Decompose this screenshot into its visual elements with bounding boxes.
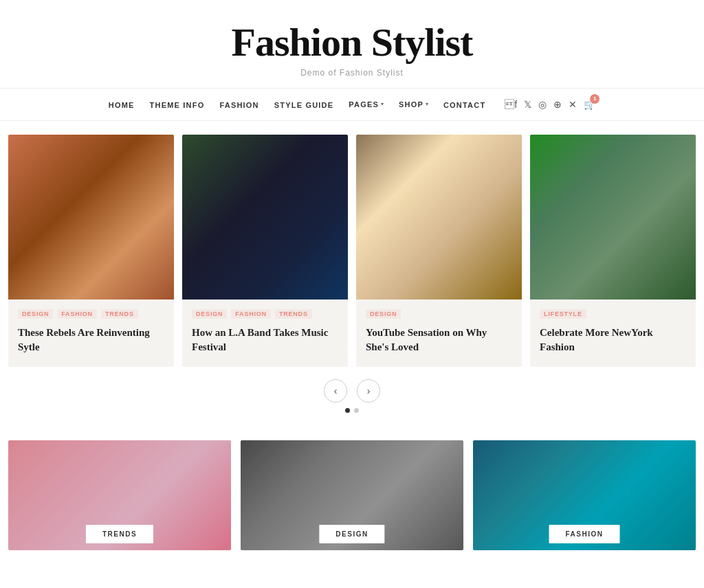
- card-1-title: These Rebels Are Reinventing Sytle: [18, 326, 164, 354]
- main-navigation: HOME THEME INFO FASHION STYLE GUIDE PAGE…: [0, 89, 704, 121]
- trends-label: TRENDS: [86, 525, 153, 543]
- site-title: Fashion Stylist: [14, 21, 690, 65]
- tag-trends[interactable]: TRENDS: [275, 309, 312, 319]
- pinterest-icon[interactable]: ⊕: [553, 99, 562, 110]
- site-subtitle: Demo of Fashion Stylist: [14, 68, 690, 78]
- bottom-card-trends[interactable]: TRENDS: [8, 440, 231, 550]
- dot-1[interactable]: [345, 408, 350, 413]
- card-4-body: LIFESTYLE Celebrate More NewYork Fashion: [530, 299, 696, 367]
- card-4[interactable]: LIFESTYLE Celebrate More NewYork Fashion: [530, 135, 696, 367]
- tag-fashion[interactable]: FASHION: [231, 309, 271, 319]
- card-3-tags: DESIGN: [366, 309, 512, 319]
- nav-item-shop[interactable]: SHOP ▾: [399, 100, 428, 109]
- tag-design[interactable]: DESIGN: [18, 309, 53, 319]
- card-3[interactable]: DESIGN YouTube Sensation on Why She's Lo…: [356, 135, 522, 367]
- card-1-image: [8, 135, 174, 299]
- cart-badge: 1: [590, 94, 600, 104]
- design-label: DESIGN: [319, 525, 384, 543]
- tag-design[interactable]: DESIGN: [192, 309, 227, 319]
- site-header: Fashion Stylist Demo of Fashion Stylist: [0, 0, 704, 89]
- tag-design[interactable]: DESIGN: [366, 309, 401, 319]
- card-4-title: Celebrate More NewYork Fashion: [540, 326, 686, 354]
- bottom-card-design[interactable]: DESIGN: [241, 440, 463, 550]
- tag-trends[interactable]: TRENDS: [101, 309, 138, 319]
- nav-item-theme-info[interactable]: THEME INFO: [150, 98, 205, 111]
- cards-grid: DESIGN FASHION TRENDS These Rebels Are R…: [8, 135, 696, 367]
- carousel-arrows: ‹ ›: [324, 379, 380, 403]
- nav-item-style-guide[interactable]: STYLE GUIDE: [274, 98, 334, 111]
- card-2-body: DESIGN FASHION TRENDS How an L.A Band Ta…: [182, 299, 348, 367]
- instagram-icon[interactable]: ◎: [538, 99, 547, 110]
- bottom-card-fashion[interactable]: FASHION: [473, 440, 696, 550]
- card-2-tags: DESIGN FASHION TRENDS: [192, 309, 338, 319]
- nav-item-home[interactable]: HOME: [109, 98, 135, 111]
- tag-lifestyle[interactable]: LIFESTYLE: [540, 309, 586, 319]
- card-1[interactable]: DESIGN FASHION TRENDS These Rebels Are R…: [8, 135, 174, 367]
- card-3-title: YouTube Sensation on Why She's Loved: [366, 326, 512, 354]
- card-4-tags: LIFESTYLE: [540, 309, 686, 319]
- carousel-prev-button[interactable]: ‹: [324, 379, 347, 403]
- nav-social-icons: f 𝕏 ◎ ⊕ ✕ 🛒 1: [505, 98, 595, 111]
- card-4-image: [530, 135, 696, 299]
- carousel-dots: [345, 408, 359, 413]
- card-1-tags: DESIGN FASHION TRENDS: [18, 309, 164, 319]
- featured-carousel: DESIGN FASHION TRENDS These Rebels Are R…: [1, 121, 703, 427]
- chevron-down-icon: ▾: [381, 101, 384, 107]
- nav-links: HOME THEME INFO FASHION STYLE GUIDE PAGE…: [109, 98, 486, 111]
- fashion-label: FASHION: [549, 525, 620, 543]
- dot-2[interactable]: [354, 408, 359, 413]
- card-3-image: [356, 135, 522, 299]
- facebook-icon[interactable]: f: [505, 99, 517, 110]
- card-2[interactable]: DESIGN FASHION TRENDS How an L.A Band Ta…: [182, 135, 348, 367]
- nav-item-fashion[interactable]: FASHION: [219, 98, 258, 111]
- carousel-next-button[interactable]: ›: [357, 379, 380, 403]
- cart-icon-wrap[interactable]: 🛒 1: [584, 98, 595, 111]
- x-icon[interactable]: ✕: [569, 99, 577, 110]
- nav-item-contact[interactable]: CONTACT: [443, 98, 485, 111]
- tag-fashion[interactable]: FASHION: [57, 309, 97, 319]
- bottom-categories: TRENDS DESIGN FASHION: [1, 440, 703, 571]
- card-2-image: [182, 135, 348, 299]
- card-3-body: DESIGN YouTube Sensation on Why She's Lo…: [356, 299, 522, 367]
- chevron-down-icon: ▾: [426, 101, 428, 107]
- twitter-icon[interactable]: 𝕏: [524, 99, 531, 110]
- carousel-controls: ‹ ›: [8, 367, 696, 420]
- card-2-title: How an L.A Band Takes Music Festival: [192, 326, 338, 354]
- card-1-body: DESIGN FASHION TRENDS These Rebels Are R…: [8, 299, 174, 367]
- nav-item-pages[interactable]: PAGES ▾: [349, 100, 384, 109]
- bottom-grid: TRENDS DESIGN FASHION: [8, 440, 696, 550]
